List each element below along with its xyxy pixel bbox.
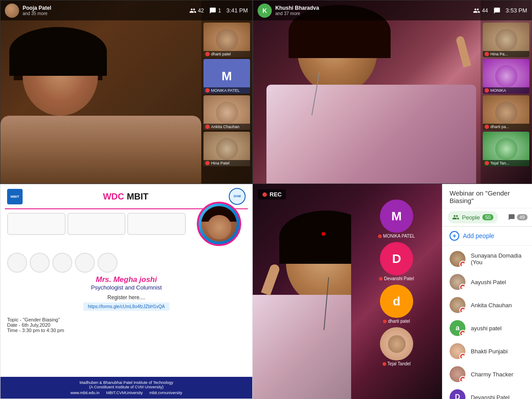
- mic-muted-icon: [205, 88, 210, 93]
- people-count-badge: 50: [482, 214, 493, 220]
- participant-name-label: dharti pa...: [490, 125, 509, 129]
- participants-sidebar-1: dharti patel M MONIKA PATEL Ankita Chauh…: [201, 0, 252, 184]
- participants-count-2: 44: [482, 8, 488, 14]
- video-participant-dharti: d dharti patel: [356, 285, 438, 324]
- poster-body: Mrs. Megha joshi Psychologist and Column…: [0, 209, 252, 314]
- participant-thumb[interactable]: Hina Patel: [203, 132, 250, 166]
- mic-muted-icon: [205, 125, 210, 129]
- participant-thumb[interactable]: dharti pa...: [483, 95, 529, 130]
- host-name-2: Khushi Bharadva: [275, 5, 319, 11]
- video-call-2: K Khushi Bharadva and 37 more 44 3:53 PM: [253, 0, 532, 184]
- tab-people-label: People: [462, 214, 480, 221]
- webinar-poster: MBIT WDC MBIT GVM: [0, 184, 253, 399]
- footer-social: www.mbit.edu.in MBIT.CVMUniversity mbit.…: [7, 391, 246, 395]
- speaker-photo-area: [188, 213, 246, 235]
- participant-thumb[interactable]: Tejal Tan...: [483, 132, 529, 166]
- deco-circle: [30, 253, 50, 273]
- add-people-label: Add people: [463, 232, 494, 239]
- avatar: [450, 366, 466, 382]
- mic-muted-icon: [205, 52, 210, 56]
- participant-name: ayushi patel: [471, 325, 525, 332]
- video-participant-name: Devanshi Patel: [384, 276, 414, 281]
- speaker-name: Mrs. Megha joshi: [7, 275, 246, 284]
- deco-circle: [7, 253, 27, 273]
- participant-thumb[interactable]: Ankita Chauhan: [203, 95, 250, 130]
- wdc-label: WDC: [103, 192, 124, 202]
- list-item[interactable]: Charmy Thacker: [442, 363, 532, 386]
- avatar: [450, 274, 466, 290]
- deco-box: [7, 213, 66, 235]
- list-item[interactable]: D Devanshi Patel: [442, 386, 532, 399]
- participant-name: Ankita Chauhan: [471, 302, 525, 309]
- speaker-photo-circle: [197, 202, 241, 246]
- call-header-1: Pooja Patel and 35 more 42 1 3:41 PM: [0, 0, 252, 20]
- tab-chat[interactable]: 49: [505, 211, 531, 223]
- deco-circle: [98, 253, 117, 273]
- list-item[interactable]: Bhakti Punjabi: [442, 340, 532, 363]
- call-stats-2: 44 3:53 PM: [473, 7, 527, 14]
- footer-line2: (A Constituent Institute of CVM Universi…: [7, 385, 246, 389]
- list-item[interactable]: a ayushi patel: [442, 317, 532, 340]
- list-item[interactable]: Ankita Chauhan: [442, 293, 532, 317]
- list-item[interactable]: Aayushi Patel: [442, 270, 532, 293]
- call-header-2: K Khushi Bharadva and 37 more 44 3:53 PM: [253, 0, 532, 20]
- tab-people[interactable]: People 50: [448, 211, 498, 223]
- rec-dot: [262, 192, 267, 197]
- call-stats-1: 42 1 3:41 PM: [189, 7, 248, 14]
- participant-name: Charmy Thacker: [471, 371, 525, 378]
- video-participant-tejal: Tejal Tandel: [356, 327, 438, 366]
- register-label: Register here....: [7, 294, 246, 301]
- participants-count-1: 42: [198, 8, 204, 14]
- participant-thumb[interactable]: Hina Pa...: [483, 23, 529, 57]
- participant-thumb[interactable]: M MONIKA PATEL: [203, 59, 250, 94]
- participant-name-label: MONIKA: [490, 88, 506, 93]
- footer-line1: Madhuben & Bhanubhai Patel Institute of …: [7, 380, 246, 385]
- participant-thumb[interactable]: MONIKA: [483, 59, 529, 94]
- register-link[interactable]: https://forms.gle/cUmL8o4fzJZbH1vQA: [83, 302, 169, 311]
- mic-muted-icon: [485, 161, 489, 165]
- participant-name-label: Ankita Chauhan: [211, 125, 239, 129]
- bottom-right-section: M MONIKA PATEL D Devanshi Patel: [253, 184, 532, 399]
- participant-name-label: Hina Pa...: [490, 52, 508, 56]
- video-participant-devanshi: D Devanshi Patel: [356, 242, 438, 281]
- deco-circle: [52, 253, 72, 273]
- participant-name-label: MONIKA PATEL: [211, 88, 240, 93]
- panel-title: Webinar on "Gender Biasing": [442, 184, 532, 208]
- footer-insta: mbit.cvmuniversity: [149, 391, 182, 395]
- deco-box: [67, 213, 126, 235]
- speaker-info: Mrs. Megha joshi Psychologist and Column…: [7, 275, 246, 291]
- chat-icon-2: [493, 7, 501, 14]
- avatar: [450, 343, 466, 359]
- add-people-button[interactable]: + Add people: [442, 227, 532, 246]
- footer-fb: MBIT.CVMUniversity: [106, 391, 143, 395]
- mbit-logo: MBIT: [7, 189, 23, 204]
- mic-muted-badge: [459, 284, 466, 290]
- avatar: a: [450, 320, 466, 336]
- participant-name: Sunayana Domadia (You: [471, 252, 525, 266]
- participant-name-label: Hina Patel: [211, 161, 230, 165]
- topic-line: Topic - "Gender Biasing": [7, 317, 246, 322]
- participant-thumb[interactable]: dharti patel: [203, 23, 250, 57]
- participant-name: Devanshi Patel: [471, 394, 525, 399]
- people-tab-icon: [452, 214, 459, 221]
- mic-muted-badge: [459, 353, 466, 359]
- participant-name: Bhakti Punjabi: [471, 348, 525, 355]
- people-icon-2: [473, 7, 480, 14]
- webinar-video: M MONIKA PATEL D Devanshi Patel: [253, 184, 442, 399]
- call-time-1: 3:41 PM: [227, 7, 248, 14]
- register-area: Register here.... https://forms.gle/cUmL…: [7, 294, 246, 311]
- people-icon-1: [189, 7, 196, 14]
- mic-muted-badge: [459, 376, 466, 382]
- chat-count-1: 1: [218, 8, 221, 14]
- video-participant-monika: M MONIKA PATEL: [356, 200, 438, 239]
- rec-badge: REC: [258, 189, 286, 200]
- participants-panel: Webinar on "Gender Biasing" People 50 49: [442, 184, 532, 399]
- video-participant-name: dharti patel: [388, 319, 410, 324]
- video-call-1: Pooja Patel and 35 more 42 1 3:41 PM: [0, 0, 253, 184]
- list-item[interactable]: Sunayana Domadia (You: [442, 247, 532, 270]
- chat-icon-1: [209, 7, 216, 14]
- mic-muted-icon: [205, 161, 210, 165]
- host-sub-2: and 37 more: [275, 11, 319, 16]
- participant-name-label: dharti patel: [211, 52, 231, 56]
- call-time-2: 3:53 PM: [506, 7, 527, 14]
